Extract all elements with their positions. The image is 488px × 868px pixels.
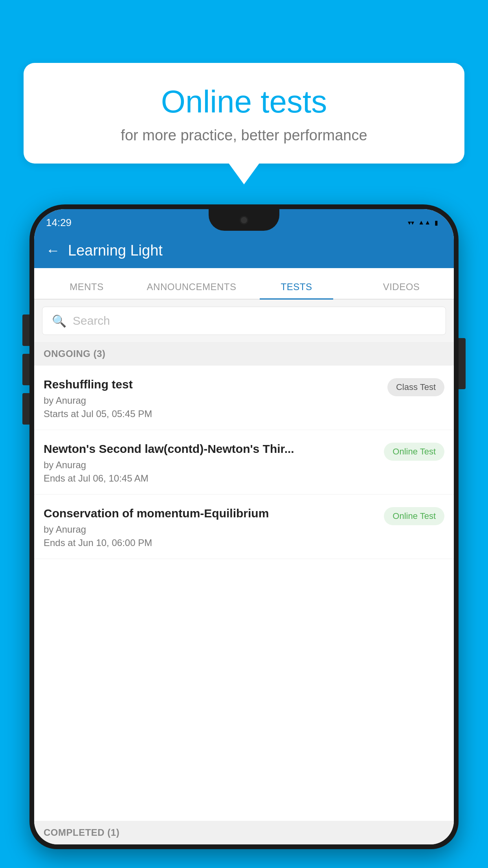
phone-frame: 14:29 ▾▾ ▲▲ ▮ ← Learning Light MENTS ANN… [29,204,459,849]
test-badge-online: Online Test [384,443,444,461]
speech-bubble: Online tests for more practice, better p… [24,63,464,164]
ongoing-section-label: ONGOING (3) [34,342,454,366]
tab-videos[interactable]: VIDEOS [349,281,454,299]
test-item[interactable]: Reshuffling test by Anurag Starts at Jul… [34,366,454,430]
wifi-icon: ▾▾ [408,219,414,226]
test-badge-class: Class Test [387,378,444,396]
phone-inner: 14:29 ▾▾ ▲▲ ▮ ← Learning Light MENTS ANN… [34,209,454,844]
test-author: by Anurag [44,395,380,406]
app-title: Learning Light [68,242,163,259]
test-name: Conservation of momentum-Equilibrium [44,506,376,521]
bubble-subtitle: for more practice, better performance [47,127,441,144]
camera [240,216,248,224]
tab-ments[interactable]: MENTS [34,281,139,299]
app-header: ← Learning Light [34,233,454,268]
bubble-title: Online tests [47,85,441,119]
completed-section-label: COMPLETED (1) [34,821,454,844]
test-badge-online-2: Online Test [384,507,444,525]
test-info: Newton's Second law(contd)-Newton's Thir… [44,441,376,484]
test-name: Reshuffling test [44,377,380,392]
test-item[interactable]: Conservation of momentum-Equilibrium by … [34,495,454,559]
test-item[interactable]: Newton's Second law(contd)-Newton's Thir… [34,430,454,495]
speech-bubble-section: Online tests for more practice, better p… [24,63,464,184]
battery-icon: ▮ [435,219,438,226]
test-list: Reshuffling test by Anurag Starts at Jul… [34,366,454,559]
test-date: Ends at Jul 06, 10:45 AM [44,473,376,484]
test-author: by Anurag [44,460,376,471]
status-time: 14:29 [46,217,72,229]
tab-tests[interactable]: TESTS [244,281,349,299]
test-author: by Anurag [44,524,376,535]
tabs-bar: MENTS ANNOUNCEMENTS TESTS VIDEOS [34,268,454,300]
signal-icon: ▲▲ [418,219,431,226]
bubble-arrow [228,163,260,184]
search-icon: 🔍 [52,314,66,328]
test-info: Reshuffling test by Anurag Starts at Jul… [44,377,380,419]
test-date: Starts at Jul 05, 05:45 PM [44,408,380,419]
phone-container: 14:29 ▾▾ ▲▲ ▮ ← Learning Light MENTS ANN… [29,204,459,868]
search-box[interactable]: 🔍 Search [42,307,446,335]
tab-announcements[interactable]: ANNOUNCEMENTS [139,281,244,299]
test-date: Ends at Jun 10, 06:00 PM [44,537,376,548]
search-placeholder: Search [73,314,110,327]
search-container: 🔍 Search [34,300,454,342]
phone-notch [209,209,279,231]
status-icons: ▾▾ ▲▲ ▮ [408,219,438,226]
test-name: Newton's Second law(contd)-Newton's Thir… [44,441,376,456]
test-info: Conservation of momentum-Equilibrium by … [44,506,376,548]
back-button[interactable]: ← [46,242,60,259]
